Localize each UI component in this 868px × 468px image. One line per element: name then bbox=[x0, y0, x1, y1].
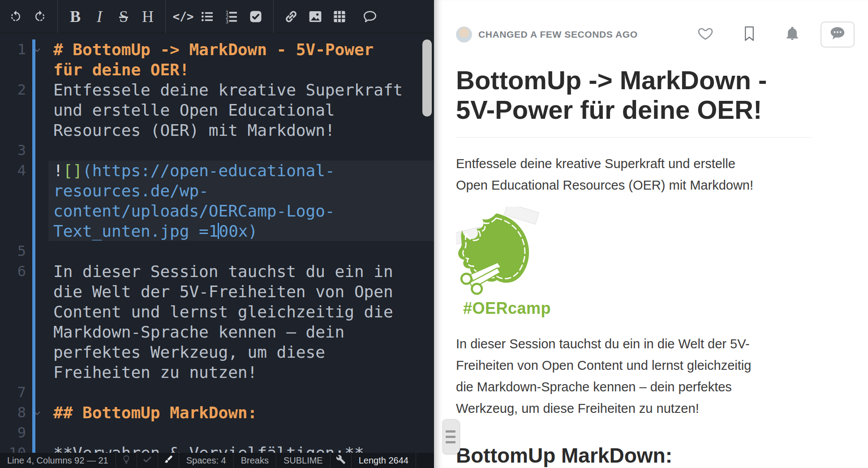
editor-line-row[interactable]: 10**Verwahren & Vervielfältigen:** bbox=[0, 443, 434, 453]
undo-button[interactable] bbox=[4, 0, 28, 33]
breaks-setting[interactable]: Breaks bbox=[234, 453, 276, 468]
editor-line-row[interactable]: Text_unten.jpg =100x) bbox=[0, 221, 434, 241]
comments-panel-button[interactable] bbox=[821, 22, 855, 48]
editor-line-text: Freiheiten zu nutzen! bbox=[48, 362, 434, 382]
editor-line-row[interactable]: 1# BottomUp -> MarkDown - 5V-Power bbox=[0, 39, 434, 60]
line-number: 8 bbox=[0, 403, 26, 423]
comment-button[interactable] bbox=[358, 0, 382, 33]
unordered-list-icon bbox=[200, 9, 215, 24]
editor-line-row[interactable]: 7 bbox=[0, 382, 434, 403]
code-icon: </> bbox=[173, 10, 194, 23]
editor-line-row[interactable]: content/uploads/OERCamp-Logo- bbox=[0, 201, 434, 221]
italic-icon: I bbox=[97, 9, 102, 25]
fold-chevron-icon bbox=[26, 181, 48, 201]
editor-line-row[interactable]: resources.de/wp- bbox=[0, 181, 434, 201]
editor-line-row[interactable]: Markdown-Sprache kennen – dein bbox=[0, 322, 434, 342]
editor-line-row[interactable]: die Welt der 5V-Freiheiten von Open bbox=[0, 282, 434, 302]
editor-toolbar: B I S H </> 123 bbox=[0, 0, 434, 33]
bookmark-icon bbox=[743, 25, 756, 44]
editor-line-text: Text_unten.jpg =100x) bbox=[48, 221, 434, 241]
editor-line-row[interactable]: perfektes Werkzeug, um diese bbox=[0, 342, 434, 362]
editor-line-row[interactable]: 3 bbox=[0, 140, 434, 160]
editor-line-text: In dieser Session tauchst du ein in bbox=[48, 261, 434, 282]
editor-line-row[interactable]: für deine OER! bbox=[0, 60, 434, 80]
unordered-list-button[interactable] bbox=[195, 0, 219, 33]
avatar[interactable] bbox=[456, 26, 472, 43]
heading-icon: H bbox=[142, 9, 154, 25]
line-number bbox=[0, 322, 26, 342]
line-number bbox=[0, 201, 26, 221]
line-number: 1 bbox=[0, 39, 26, 60]
fold-chevron-icon[interactable] bbox=[26, 39, 48, 60]
code-button[interactable]: </> bbox=[171, 0, 195, 33]
editor-line-row[interactable]: 4![](https://open-educational- bbox=[0, 160, 434, 181]
preferences-button[interactable] bbox=[331, 453, 352, 468]
line-number: 6 bbox=[0, 261, 26, 282]
undo-icon bbox=[9, 10, 22, 23]
editor-line-row[interactable]: 5 bbox=[0, 241, 434, 261]
editor-line-text: ## BottomUp MarkDown: bbox=[48, 403, 434, 423]
lightbulb-toggle[interactable] bbox=[116, 453, 137, 468]
editor-line-row[interactable]: 6In dieser Session tauchst du ein in bbox=[0, 261, 434, 282]
editor-line-row[interactable]: Freiheiten zu nutzen! bbox=[0, 362, 434, 382]
comment-bubble-icon bbox=[829, 26, 846, 43]
editor-line-row[interactable]: 2Entfessele deine kreative Superkraft bbox=[0, 80, 434, 100]
fold-chevron-icon bbox=[26, 443, 48, 453]
editor-line-row[interactable]: Content und lernst gleichzeitig die bbox=[0, 302, 434, 322]
editor-scrollbar[interactable] bbox=[422, 39, 432, 117]
oercamp-logo-text: #OERcamp bbox=[463, 299, 819, 318]
fold-chevron-icon bbox=[26, 362, 48, 382]
spaces-setting[interactable]: Spaces: 4 bbox=[179, 453, 234, 468]
ordered-list-button[interactable]: 123 bbox=[219, 0, 244, 33]
check-list-button[interactable] bbox=[244, 0, 268, 33]
line-number bbox=[0, 60, 26, 80]
statusbar: Line 4, Columns 92 — 21 Spaces: 4 Breaks… bbox=[0, 453, 434, 468]
bookmark-button[interactable] bbox=[743, 25, 756, 44]
editor-line-row[interactable]: 9 bbox=[0, 423, 434, 443]
line-number bbox=[0, 120, 26, 140]
document-title: BottomUp -> MarkDown -5V-Power für deine… bbox=[456, 65, 812, 138]
fold-chevron-icon bbox=[26, 140, 48, 160]
keymap-setting[interactable]: SUBLIME bbox=[276, 453, 331, 468]
image-button[interactable] bbox=[303, 0, 327, 33]
editor-line-text: Resources (OER) mit Markdown! bbox=[48, 120, 434, 140]
fold-chevron-icon[interactable] bbox=[26, 403, 48, 423]
fold-chevron-icon bbox=[26, 241, 48, 261]
heading-button[interactable]: H bbox=[136, 0, 160, 33]
preview-pane: CHANGED A FEW SECONDS AGO BottomUp -> Ma… bbox=[434, 0, 868, 468]
editor-line-text: Content und lernst gleichzeitig die bbox=[48, 302, 434, 322]
bold-button[interactable]: B bbox=[63, 0, 87, 33]
check-list-icon bbox=[249, 10, 262, 23]
editor-line-text bbox=[48, 382, 434, 403]
authorship-bar bbox=[32, 39, 35, 453]
bell-icon bbox=[785, 26, 800, 43]
spellcheck-toggle[interactable] bbox=[137, 453, 158, 468]
table-icon bbox=[333, 10, 346, 23]
editor-line-row[interactable]: 8## BottomUp MarkDown: bbox=[0, 403, 434, 423]
split-drag-handle[interactable] bbox=[443, 419, 460, 454]
editor-line-text: perfektes Werkzeug, um diese bbox=[48, 342, 434, 362]
strikethrough-button[interactable]: S bbox=[112, 0, 136, 33]
link-button[interactable] bbox=[279, 0, 303, 33]
theme-toggle[interactable] bbox=[158, 453, 179, 468]
editor-line-text: **Verwahren & Vervielfältigen:** bbox=[48, 443, 434, 453]
like-button[interactable] bbox=[697, 26, 714, 43]
editor-line-text bbox=[48, 423, 434, 443]
editor-line-row[interactable]: Resources (OER) mit Markdown! bbox=[0, 120, 434, 140]
app-window: B I S H </> 123 bbox=[0, 0, 868, 468]
italic-button[interactable]: I bbox=[87, 0, 112, 33]
editor-line-text bbox=[48, 140, 434, 160]
table-button[interactable] bbox=[327, 0, 352, 33]
fold-chevron-icon bbox=[26, 382, 48, 403]
strikethrough-icon: S bbox=[119, 9, 128, 25]
code-editor[interactable]: 1# BottomUp -> MarkDown - 5V-Powerfür de… bbox=[0, 33, 434, 453]
editor-line-row[interactable]: und erstelle Open Educational bbox=[0, 100, 434, 120]
paintbrush-icon bbox=[163, 455, 173, 467]
comment-icon bbox=[362, 9, 378, 24]
redo-button[interactable] bbox=[28, 0, 52, 33]
line-number bbox=[0, 100, 26, 120]
fold-chevron-icon bbox=[26, 201, 48, 221]
notifications-button[interactable] bbox=[785, 26, 800, 43]
line-number bbox=[0, 342, 26, 362]
editor-line-text: für deine OER! bbox=[48, 60, 434, 80]
